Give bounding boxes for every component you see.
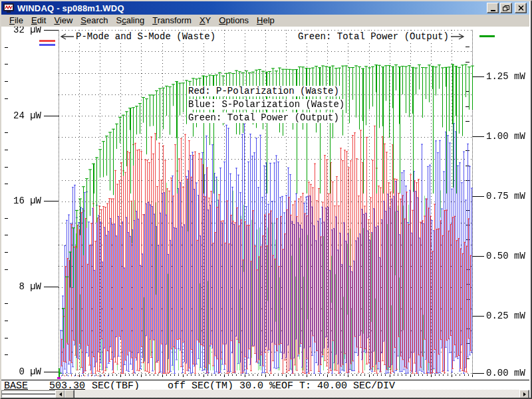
app-icon bbox=[3, 3, 14, 13]
output-channel-indicator bbox=[479, 35, 495, 37]
menu-search[interactable]: Search bbox=[77, 15, 112, 27]
close-button[interactable] bbox=[515, 3, 527, 13]
annotation-left: P-Mode and S-Mode (Waste) bbox=[60, 31, 217, 42]
left-axis-tick-label: 0 µW bbox=[3, 366, 41, 377]
menu-options[interactable]: Options bbox=[215, 15, 253, 27]
menu-file[interactable]: File bbox=[6, 15, 28, 27]
horizontal-scrollbar bbox=[1, 390, 529, 398]
restore-icon bbox=[503, 5, 509, 11]
menu-xy[interactable]: XY bbox=[196, 15, 215, 27]
s-waste-channel-indicator bbox=[39, 44, 55, 46]
position-gauge bbox=[1, 390, 56, 398]
p-waste-channel-indicator bbox=[39, 40, 55, 42]
scrollbar-track[interactable] bbox=[55, 390, 529, 398]
annotation-right: Green: Total Power (Output) bbox=[297, 31, 465, 42]
menu-edit[interactable]: Edit bbox=[28, 15, 51, 27]
right-triangle-icon bbox=[523, 392, 526, 396]
menu-view[interactable]: View bbox=[51, 15, 77, 27]
left-arrow-icon bbox=[60, 33, 74, 41]
right-axis-tick-label: 1.25 mW bbox=[486, 71, 525, 82]
window-controls bbox=[487, 3, 527, 13]
menu-bar: FileEditViewSearchScalingTransformXYOpti… bbox=[1, 15, 529, 27]
position-gauge-line bbox=[2, 394, 55, 394]
title-bar: WINDAQ - sp088m1.WDQ bbox=[1, 1, 529, 15]
right-axis-tick-label: 0.00 mW bbox=[486, 368, 525, 378]
close-icon bbox=[518, 5, 524, 11]
left-axis-tick-label: 16 µW bbox=[3, 196, 41, 206]
left-axis-tick-label: 8 µW bbox=[3, 281, 41, 292]
legend-line: Red: P-Polarization (Waste) bbox=[187, 86, 340, 96]
annotation-left-text: P-Mode and S-Mode (Waste) bbox=[74, 31, 217, 42]
left-axis-tick-label: 24 µW bbox=[3, 110, 41, 121]
left-triangle-icon bbox=[59, 392, 62, 396]
scroll-right-button[interactable] bbox=[519, 390, 529, 399]
right-axis-tick-label: 0.75 mW bbox=[486, 191, 525, 201]
right-axis-tick-label: 0.50 mW bbox=[486, 251, 525, 261]
waveform-plot[interactable] bbox=[0, 0, 532, 399]
windaq-window: WINDAQ - sp088m1.WDQ FileEditViewSearchS… bbox=[0, 0, 532, 399]
legend-line: Green: Total Power (Output) bbox=[187, 112, 340, 123]
minimize-icon bbox=[491, 10, 495, 11]
menu-scaling[interactable]: Scaling bbox=[113, 15, 150, 27]
window-title: WINDAQ - sp088m1.WDQ bbox=[17, 3, 124, 13]
menu-help[interactable]: Help bbox=[253, 15, 279, 27]
scrollbar-thumb[interactable] bbox=[65, 390, 74, 399]
status-bar: BASE 503.30 SEC(TBF) off SEC(TM) 30.0 %E… bbox=[1, 380, 529, 390]
restore-button[interactable] bbox=[500, 3, 512, 13]
right-axis-tick-label: 0.25 mW bbox=[486, 311, 525, 321]
right-axis-tick-label: 1.00 mW bbox=[486, 131, 525, 142]
right-arrow-icon bbox=[450, 33, 465, 41]
legend-line: Blue: S-Polarization (Waste) bbox=[187, 99, 346, 110]
annotation-right-text: Green: Total Power (Output) bbox=[297, 31, 450, 42]
scroll-left-button[interactable] bbox=[55, 390, 65, 399]
minimize-button[interactable] bbox=[487, 3, 499, 13]
menu-transform[interactable]: Transform bbox=[149, 15, 196, 27]
